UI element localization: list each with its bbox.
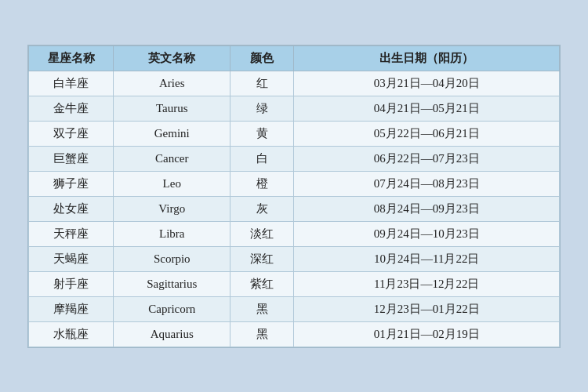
zodiac-table-container: 星座名称 英文名称 颜色 出生日期（阳历） 白羊座Aries红03月21日—04… bbox=[27, 45, 561, 348]
header-en: 英文名称 bbox=[114, 45, 230, 71]
cell-color: 绿 bbox=[230, 96, 294, 121]
cell-en: Aquarius bbox=[114, 321, 230, 347]
table-row: 天秤座Libra淡红09月24日—10月23日 bbox=[29, 221, 560, 246]
cell-zh: 处女座 bbox=[29, 196, 114, 221]
cell-zh: 狮子座 bbox=[29, 171, 114, 196]
cell-en: Sagittarius bbox=[114, 271, 230, 296]
table-row: 狮子座Leo橙07月24日—08月23日 bbox=[29, 171, 560, 196]
cell-color: 紫红 bbox=[230, 271, 294, 296]
cell-color: 黑 bbox=[230, 321, 294, 347]
cell-color: 黑 bbox=[230, 296, 294, 321]
cell-date: 01月21日—02月19日 bbox=[294, 321, 560, 347]
table-row: 摩羯座Capricorn黑12月23日—01月22日 bbox=[29, 296, 560, 321]
cell-zh: 水瓶座 bbox=[29, 321, 114, 347]
table-row: 金牛座Taurus绿04月21日—05月21日 bbox=[29, 96, 560, 121]
table-row: 巨蟹座Cancer白06月22日—07月23日 bbox=[29, 146, 560, 171]
cell-zh: 天秤座 bbox=[29, 221, 114, 246]
table-row: 水瓶座Aquarius黑01月21日—02月19日 bbox=[29, 321, 560, 347]
cell-date: 04月21日—05月21日 bbox=[294, 96, 560, 121]
table-header-row: 星座名称 英文名称 颜色 出生日期（阳历） bbox=[29, 45, 560, 71]
table-row: 天蝎座Scorpio深红10月24日—11月22日 bbox=[29, 246, 560, 271]
cell-en: Libra bbox=[114, 221, 230, 246]
cell-en: Scorpio bbox=[114, 246, 230, 271]
table-row: 白羊座Aries红03月21日—04月20日 bbox=[29, 71, 560, 96]
cell-date: 09月24日—10月23日 bbox=[294, 221, 560, 246]
cell-zh: 双子座 bbox=[29, 121, 114, 146]
cell-en: Aries bbox=[114, 71, 230, 96]
cell-color: 白 bbox=[230, 146, 294, 171]
table-row: 处女座Virgo灰08月24日—09月23日 bbox=[29, 196, 560, 221]
cell-zh: 摩羯座 bbox=[29, 296, 114, 321]
cell-en: Virgo bbox=[114, 196, 230, 221]
cell-en: Taurus bbox=[114, 96, 230, 121]
cell-date: 08月24日—09月23日 bbox=[294, 196, 560, 221]
header-zh: 星座名称 bbox=[29, 45, 114, 71]
cell-en: Capricorn bbox=[114, 296, 230, 321]
cell-color: 灰 bbox=[230, 196, 294, 221]
table-row: 双子座Gemini黄05月22日—06月21日 bbox=[29, 121, 560, 146]
cell-date: 12月23日—01月22日 bbox=[294, 296, 560, 321]
cell-en: Gemini bbox=[114, 121, 230, 146]
cell-zh: 天蝎座 bbox=[29, 246, 114, 271]
header-date: 出生日期（阳历） bbox=[294, 45, 560, 71]
cell-date: 06月22日—07月23日 bbox=[294, 146, 560, 171]
cell-date: 05月22日—06月21日 bbox=[294, 121, 560, 146]
cell-zh: 射手座 bbox=[29, 271, 114, 296]
cell-color: 橙 bbox=[230, 171, 294, 196]
cell-date: 10月24日—11月22日 bbox=[294, 246, 560, 271]
cell-date: 11月23日—12月22日 bbox=[294, 271, 560, 296]
cell-color: 黄 bbox=[230, 121, 294, 146]
cell-en: Leo bbox=[114, 171, 230, 196]
cell-zh: 白羊座 bbox=[29, 71, 114, 96]
cell-color: 深红 bbox=[230, 246, 294, 271]
table-row: 射手座Sagittarius紫红11月23日—12月22日 bbox=[29, 271, 560, 296]
zodiac-table: 星座名称 英文名称 颜色 出生日期（阳历） 白羊座Aries红03月21日—04… bbox=[28, 45, 560, 347]
cell-color: 红 bbox=[230, 71, 294, 96]
cell-en: Cancer bbox=[114, 146, 230, 171]
cell-zh: 金牛座 bbox=[29, 96, 114, 121]
cell-zh: 巨蟹座 bbox=[29, 146, 114, 171]
cell-date: 03月21日—04月20日 bbox=[294, 71, 560, 96]
header-color: 颜色 bbox=[230, 45, 294, 71]
cell-date: 07月24日—08月23日 bbox=[294, 171, 560, 196]
cell-color: 淡红 bbox=[230, 221, 294, 246]
